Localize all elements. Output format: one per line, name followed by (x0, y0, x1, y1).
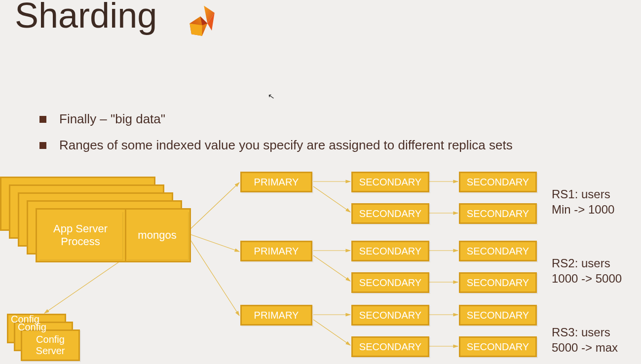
config-server-label: Config Server (22, 334, 78, 357)
rs1-annotation: RS1: users Min -> 1000 (552, 186, 614, 217)
rs2-secondary: SECONDARY (351, 241, 429, 261)
mongos-box: mongos (126, 211, 188, 259)
rs2-secondary: SECONDARY (459, 241, 537, 261)
primary-label: PRIMARY (254, 310, 299, 321)
appserver-process-label: App Server Process (38, 222, 122, 249)
rs-annotation-line: 1000 -> 5000 (552, 271, 622, 286)
rs2-secondary: SECONDARY (459, 272, 537, 293)
secondary-label: SECONDARY (467, 177, 529, 188)
secondary-label: SECONDARY (359, 310, 421, 321)
rs3-annotation: RS3: users 5000 -> max (552, 325, 618, 355)
rs1-secondary: SECONDARY (351, 172, 429, 192)
appserver-process-box: App Server Process (38, 211, 122, 259)
config-label-peek: Config (18, 322, 46, 333)
rs1-secondary: SECONDARY (459, 172, 537, 192)
rs1-secondary: SECONDARY (459, 203, 537, 224)
svg-line-11 (313, 186, 350, 212)
config-server-box: Config Server (21, 329, 80, 361)
secondary-label: SECONDARY (359, 246, 421, 257)
mongos-label: mongos (138, 229, 176, 242)
secondary-label: SECONDARY (467, 277, 529, 289)
primary-label: PRIMARY (254, 177, 299, 188)
rs3-secondary: SECONDARY (351, 305, 429, 326)
diagram: App Server Process mongos Config Server … (0, 0, 641, 364)
rs3-primary: PRIMARY (240, 305, 312, 326)
secondary-label: SECONDARY (359, 208, 421, 219)
rs1-primary: PRIMARY (240, 172, 312, 192)
rs-annotation-line: RS3: users (552, 325, 618, 340)
secondary-label: SECONDARY (467, 341, 529, 353)
svg-line-7 (190, 239, 239, 316)
svg-line-15 (313, 255, 350, 281)
appserver-divider (125, 210, 126, 261)
secondary-label: SECONDARY (467, 310, 529, 321)
svg-line-19 (313, 320, 350, 345)
rs3-secondary: SECONDARY (351, 336, 429, 357)
rs2-primary: PRIMARY (240, 241, 312, 261)
secondary-label: SECONDARY (467, 208, 529, 219)
rs2-annotation: RS2: users 1000 -> 5000 (552, 255, 622, 286)
secondary-label: SECONDARY (359, 277, 421, 289)
rs-annotation-line: Min -> 1000 (552, 202, 614, 217)
rs-annotation-line: RS1: users (552, 186, 614, 202)
rs1-secondary: SECONDARY (351, 203, 429, 224)
secondary-label: SECONDARY (359, 341, 421, 353)
rs3-secondary: SECONDARY (459, 305, 537, 326)
rs-annotation-line: 5000 -> max (552, 340, 618, 355)
secondary-label: SECONDARY (467, 246, 529, 257)
rs3-secondary: SECONDARY (459, 336, 537, 357)
svg-line-5 (190, 182, 239, 229)
secondary-label: SECONDARY (359, 177, 421, 188)
rs-annotation-line: RS2: users (552, 255, 622, 271)
primary-label: PRIMARY (254, 246, 299, 257)
svg-line-8 (44, 259, 123, 313)
rs2-secondary: SECONDARY (351, 272, 429, 293)
slide: Sharding Finally – "big data" Ranges of … (0, 0, 641, 364)
svg-line-6 (190, 234, 239, 252)
